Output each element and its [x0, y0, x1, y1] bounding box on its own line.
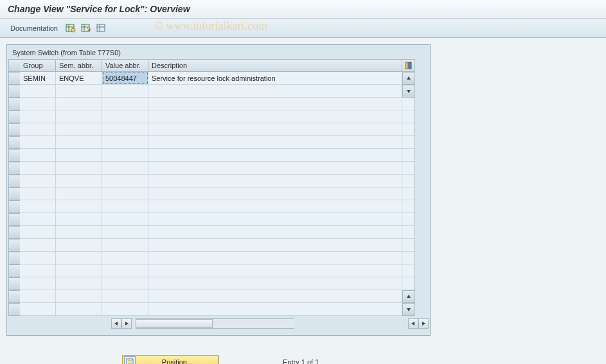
empty-cell[interactable]	[56, 149, 102, 162]
vscroll-track[interactable]	[402, 200, 415, 213]
empty-cell[interactable]	[56, 123, 102, 136]
empty-cell[interactable]	[102, 110, 148, 123]
empty-cell[interactable]	[102, 136, 148, 149]
empty-cell[interactable]	[148, 277, 402, 290]
col-header-sem-abbr[interactable]: Sem. abbr.	[56, 59, 102, 72]
row-selector[interactable]	[8, 187, 20, 200]
vscroll-track[interactable]	[402, 252, 415, 264]
row-selector[interactable]	[8, 252, 20, 264]
empty-cell[interactable]	[56, 213, 102, 226]
empty-cell[interactable]	[56, 136, 102, 149]
hscroll-right-icon[interactable]	[121, 318, 132, 329]
vscroll-track[interactable]	[402, 123, 415, 136]
empty-cell[interactable]	[148, 110, 402, 123]
empty-cell[interactable]	[148, 187, 402, 200]
empty-cell[interactable]	[56, 98, 102, 110]
row-selector[interactable]	[8, 72, 20, 85]
empty-cell[interactable]	[102, 290, 148, 303]
row-selector[interactable]	[8, 200, 20, 213]
empty-cell[interactable]	[20, 187, 56, 200]
empty-cell[interactable]	[56, 187, 102, 200]
hscroll-right2-icon[interactable]	[418, 318, 429, 329]
cell-description[interactable]: Service for resource lock administration	[148, 72, 402, 85]
vscroll-track[interactable]	[402, 239, 415, 252]
vscroll-up2-icon[interactable]	[402, 290, 415, 303]
empty-cell[interactable]	[20, 175, 56, 187]
empty-cell[interactable]	[102, 252, 148, 264]
row-selector[interactable]	[8, 239, 20, 252]
empty-cell[interactable]	[102, 123, 148, 136]
row-selector[interactable]	[8, 136, 20, 149]
empty-cell[interactable]	[148, 226, 402, 239]
empty-cell[interactable]	[148, 85, 402, 98]
select-all-selector[interactable]	[8, 59, 20, 72]
col-header-description[interactable]: Description	[148, 59, 402, 72]
empty-cell[interactable]	[20, 85, 56, 98]
empty-cell[interactable]	[56, 252, 102, 264]
empty-cell[interactable]	[20, 200, 56, 213]
empty-cell[interactable]	[102, 85, 148, 98]
empty-cell[interactable]	[56, 200, 102, 213]
empty-cell[interactable]	[20, 303, 56, 316]
empty-cell[interactable]	[20, 226, 56, 239]
cell-group[interactable]: SEMIN	[20, 72, 56, 85]
vscroll-track[interactable]	[402, 98, 415, 110]
empty-cell[interactable]	[20, 213, 56, 226]
table-export-icon[interactable]	[81, 23, 91, 33]
col-header-group[interactable]: Group	[20, 59, 56, 72]
vscroll-track[interactable]	[402, 264, 415, 277]
table-row[interactable]: SEMIN ENQVE 50048447 Service for resourc…	[8, 72, 429, 85]
empty-cell[interactable]	[102, 175, 148, 187]
vscroll-track[interactable]	[402, 213, 415, 226]
empty-cell[interactable]	[20, 110, 56, 123]
empty-cell[interactable]	[148, 290, 402, 303]
empty-cell[interactable]	[20, 123, 56, 136]
row-selector[interactable]	[8, 98, 20, 110]
empty-cell[interactable]	[148, 252, 402, 264]
vscroll-down-icon[interactable]	[402, 85, 415, 98]
empty-cell[interactable]	[56, 290, 102, 303]
empty-cell[interactable]	[148, 123, 402, 136]
row-selector[interactable]	[8, 303, 20, 316]
empty-cell[interactable]	[20, 264, 56, 277]
row-selector[interactable]	[8, 123, 20, 136]
cell-value-abbr[interactable]: 50048447	[102, 72, 148, 85]
empty-cell[interactable]	[102, 277, 148, 290]
hscroll-left2-icon[interactable]	[408, 318, 418, 329]
vscroll-track[interactable]	[402, 162, 415, 175]
row-selector[interactable]	[8, 290, 20, 303]
row-selector[interactable]	[8, 226, 20, 239]
empty-cell[interactable]	[56, 226, 102, 239]
empty-cell[interactable]	[102, 239, 148, 252]
empty-cell[interactable]	[102, 226, 148, 239]
hscroll-thumb[interactable]	[136, 319, 213, 328]
empty-cell[interactable]	[20, 98, 56, 110]
vscroll-up-icon[interactable]	[402, 72, 415, 85]
hscroll-left-icon[interactable]	[111, 318, 121, 329]
empty-cell[interactable]	[56, 175, 102, 187]
vscroll-track[interactable]	[402, 110, 415, 123]
empty-cell[interactable]	[56, 85, 102, 98]
col-header-value-abbr[interactable]: Value abbr.	[102, 59, 148, 72]
empty-cell[interactable]	[148, 149, 402, 162]
empty-cell[interactable]	[20, 290, 56, 303]
empty-cell[interactable]	[102, 213, 148, 226]
empty-cell[interactable]	[102, 98, 148, 110]
vscroll-track[interactable]	[402, 226, 415, 239]
empty-cell[interactable]	[148, 200, 402, 213]
empty-cell[interactable]	[148, 136, 402, 149]
table-config-icon[interactable]	[402, 59, 415, 72]
row-selector[interactable]	[8, 277, 20, 290]
empty-cell[interactable]	[20, 239, 56, 252]
empty-cell[interactable]	[56, 162, 102, 175]
row-selector[interactable]	[8, 85, 20, 98]
empty-cell[interactable]	[102, 303, 148, 316]
vscroll-track[interactable]	[402, 187, 415, 200]
empty-cell[interactable]	[148, 175, 402, 187]
empty-cell[interactable]	[148, 162, 402, 175]
empty-cell[interactable]	[56, 110, 102, 123]
empty-cell[interactable]	[56, 277, 102, 290]
empty-cell[interactable]	[148, 239, 402, 252]
row-selector[interactable]	[8, 149, 20, 162]
table-settings-icon[interactable]	[66, 23, 76, 33]
